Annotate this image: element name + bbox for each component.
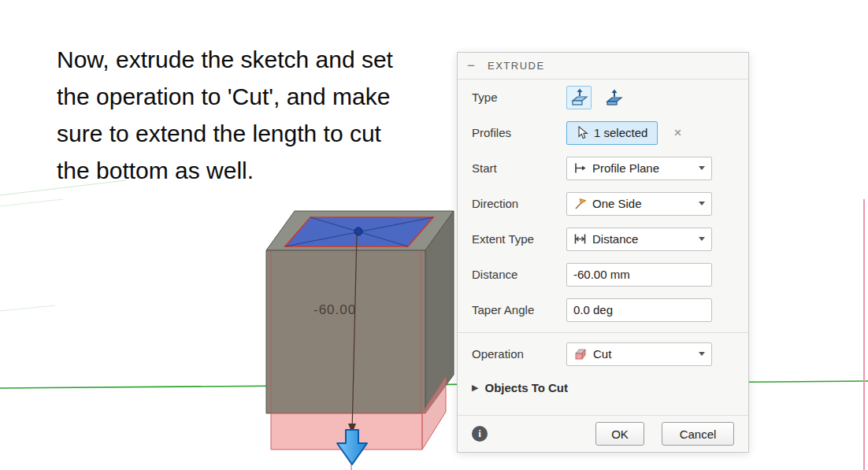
objects-to-cut-label: Objects To Cut (484, 381, 568, 394)
thin-extrude-icon (604, 88, 623, 107)
direction-label: Direction (472, 197, 566, 210)
row-profiles: Profiles 1 selected × (458, 115, 748, 150)
extent-type-label: Extent Type (472, 232, 566, 246)
distance-label: Distance (472, 268, 566, 281)
section-divider (458, 332, 748, 333)
grid-lines (0, 180, 126, 311)
instruction-line: the operation to 'Cut', and make (57, 78, 466, 115)
cancel-button[interactable]: Cancel (662, 422, 734, 446)
extrude-icon (569, 88, 588, 107)
profiles-count: 1 selected (594, 126, 647, 139)
cut-operation-icon (573, 347, 588, 361)
start-label: Start (472, 161, 566, 175)
row-distance: Distance (458, 257, 748, 292)
instruction-line: the bottom as well. (57, 152, 466, 189)
row-taper-angle: Taper Angle (458, 292, 748, 328)
row-extent-type: Extent Type Distance (458, 221, 748, 257)
info-icon[interactable]: i (472, 426, 488, 442)
thin-extrude-type-button[interactable] (601, 86, 626, 109)
dialog-header[interactable]: − EXTRUDE (458, 53, 748, 80)
operation-value: Cut (593, 347, 611, 361)
distance-extent-icon (573, 232, 587, 246)
type-label: Type (472, 91, 566, 104)
direction-value: One Side (592, 197, 642, 210)
profiles-label: Profiles (472, 126, 566, 139)
start-dropdown[interactable]: Profile Plane (566, 157, 712, 180)
dialog-title: EXTRUDE (488, 60, 545, 72)
objects-to-cut-expander[interactable]: ▶ Objects To Cut (458, 372, 748, 403)
sketch-center-point (354, 228, 362, 235)
expand-triangle-icon: ▶ (472, 383, 478, 393)
profile-plane-icon (573, 161, 587, 175)
dimension-label: -60.00 (313, 302, 356, 318)
instruction-text: Now, extrude the sketch and set the oper… (57, 41, 466, 189)
profiles-selection-button[interactable]: 1 selected (566, 121, 658, 145)
row-start: Start Profile Plane (458, 150, 748, 186)
one-side-icon (573, 197, 587, 210)
row-type: Type (458, 80, 748, 115)
chevron-down-icon (699, 237, 705, 241)
dialog-footer: i OK Cancel (458, 415, 748, 452)
extent-type-value: Distance (592, 232, 638, 246)
start-value: Profile Plane (592, 161, 659, 175)
operation-label: Operation (472, 347, 566, 361)
extrude-dialog: − EXTRUDE Type (457, 52, 749, 453)
distance-input[interactable] (566, 263, 712, 287)
operation-dropdown[interactable]: Cut (566, 342, 712, 366)
ok-button[interactable]: OK (595, 422, 644, 446)
instruction-line: Now, extrude the sketch and set (57, 41, 466, 78)
chevron-down-icon (699, 352, 705, 356)
clear-selection-icon[interactable]: × (673, 125, 681, 141)
chevron-down-icon (699, 202, 705, 205)
extrude-type-button[interactable] (566, 86, 592, 109)
sketch-profile[interactable] (285, 217, 433, 246)
cursor-icon (577, 126, 588, 139)
direction-dropdown[interactable]: One Side (566, 192, 712, 216)
row-operation: Operation Cut (458, 336, 748, 372)
taper-angle-label: Taper Angle (472, 303, 566, 316)
collapse-icon[interactable]: − (467, 58, 481, 74)
extent-type-dropdown[interactable]: Distance (566, 228, 712, 251)
instruction-line: sure to extend the length to cut (57, 115, 466, 152)
row-direction: Direction One Side (458, 186, 748, 221)
taper-angle-input[interactable] (566, 298, 712, 322)
chevron-down-icon (699, 166, 705, 170)
application-canvas: -60.00 Now, extrude the sketch and set t… (0, 0, 868, 470)
